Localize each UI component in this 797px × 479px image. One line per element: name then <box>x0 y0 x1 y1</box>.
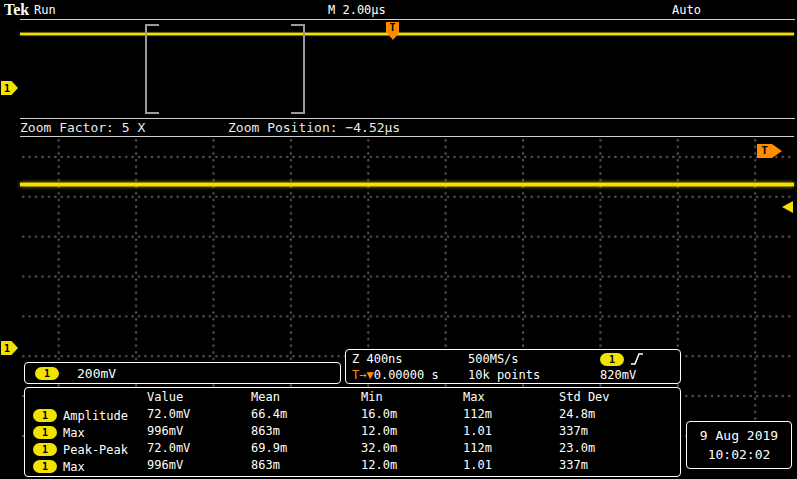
meas-value: 72.0mV <box>147 407 251 424</box>
ch1-badge: 1 <box>33 460 57 473</box>
meas-min: 32.0m <box>361 441 463 458</box>
trigger-right-arrow-icon <box>772 144 782 158</box>
acquisition-readout: Z 400ns 500MS/s 1 T→▼0.00000 s 10k point… <box>345 349 681 384</box>
ch1-badge: 1 <box>35 367 59 380</box>
trigger-source: 1 <box>600 352 674 366</box>
meas-std: 337m <box>559 458 680 475</box>
trigger-source-badge: 1 <box>600 353 624 366</box>
table-row: 1 Amplitude <box>33 407 147 424</box>
meas-std: 24.8m <box>559 407 680 424</box>
meas-value: 996mV <box>147 424 251 441</box>
datetime-readout: 9 Aug 2019 10:02:02 <box>686 421 792 469</box>
acquisition-state: Run <box>34 3 56 17</box>
record-length: 10k points <box>468 368 600 382</box>
meas-header-mean: Mean <box>251 390 361 407</box>
ch1-zoom-trace <box>20 183 794 186</box>
trigger-mode: Auto <box>672 3 701 17</box>
ch1-badge: 1 <box>33 443 57 456</box>
meas-max: 1.01 <box>463 424 559 441</box>
zoom-window-bracket-right <box>291 24 305 114</box>
meas-min: 12.0m <box>361 458 463 475</box>
meas-value: 996mV <box>147 458 251 475</box>
meas-max: 112m <box>463 441 559 458</box>
ch1-scale-value: 200mV <box>77 366 116 381</box>
ch1-badge: 1 <box>33 426 57 439</box>
rising-edge-icon <box>630 352 644 366</box>
date-label: 9 Aug 2019 <box>700 428 778 443</box>
zoom-position-label: Zoom Position: −4.52µs <box>228 120 400 135</box>
trigger-t-icon: T <box>757 144 772 158</box>
table-row: 1 Peak-Peak <box>33 441 147 458</box>
meas-std: 337m <box>559 424 680 441</box>
meas-mean: 69.9m <box>251 441 361 458</box>
meas-header-value: Value <box>147 390 251 407</box>
table-row: 1 Max <box>33 458 147 475</box>
meas-max: 1.01 <box>463 458 559 475</box>
meas-mean: 66.4m <box>251 407 361 424</box>
ch1-scale-readout: 1 200mV <box>24 362 341 384</box>
trigger-level: 820mV <box>600 368 674 382</box>
meas-mean: 863m <box>251 424 361 441</box>
timebase-readout: M 2.00µs <box>328 3 386 17</box>
meas-header-stddev: Std Dev <box>559 390 680 407</box>
trigger-offscreen-marker: T <box>757 144 782 158</box>
meas-std: 23.0m <box>559 441 680 458</box>
meas-header-max: Max <box>463 390 559 407</box>
ch1-overview-trace <box>20 33 794 35</box>
meas-max: 112m <box>463 407 559 424</box>
ch1-marker-overview: 1 <box>1 81 18 95</box>
zoom-window-bracket-left <box>145 24 159 114</box>
measurements-table: Value Mean Min Max Std Dev 1 Amplitude 7… <box>24 387 681 477</box>
trigger-position-icon-text: T→▼ <box>352 368 374 382</box>
ch1-badge: 1 <box>33 409 57 422</box>
trigger-position: T→▼0.00000 s <box>352 368 468 382</box>
zoom-timebase: Z 400ns <box>352 352 468 366</box>
meas-header-min: Min <box>361 390 463 407</box>
meas-min: 12.0m <box>361 424 463 441</box>
trigger-level-arrow-icon <box>782 201 793 213</box>
trigger-position-icon: T <box>386 22 399 33</box>
meas-mean: 863m <box>251 458 361 475</box>
ch1-marker-zoom: 1 <box>1 341 18 355</box>
time-label: 10:02:02 <box>708 447 771 462</box>
meas-min: 16.0m <box>361 407 463 424</box>
zoom-factor-label: Zoom Factor: 5 X <box>20 120 145 135</box>
table-row: 1 Max <box>33 424 147 441</box>
oscilloscope-screen: Tek Run M 2.00µs Auto T 1 Zoom Factor: 5… <box>0 0 797 479</box>
meas-value: 72.0mV <box>147 441 251 458</box>
meas-header-spacer <box>33 390 147 407</box>
tek-logo: Tek <box>4 1 29 19</box>
sample-rate: 500MS/s <box>468 352 600 366</box>
